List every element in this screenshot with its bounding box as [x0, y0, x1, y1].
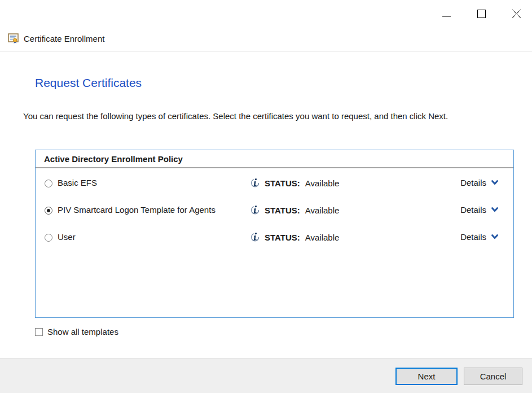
page-description: You can request the following types of c…	[23, 110, 513, 123]
status-value: Available	[305, 233, 340, 242]
template-radio-button[interactable]	[45, 207, 52, 215]
template-name[interactable]: PIV Smartcard Logon Template for Agents	[58, 205, 216, 215]
details-label: Details	[460, 205, 486, 215]
template-name[interactable]: Basic EFS	[58, 178, 97, 187]
template-radio-button[interactable]	[45, 180, 52, 187]
minimize-button[interactable]	[437, 5, 455, 23]
chevron-down-icon	[491, 234, 498, 239]
minimize-icon	[442, 9, 451, 19]
close-icon	[512, 9, 521, 19]
details-label: Details	[460, 232, 486, 242]
template-row: User STATUS: Available Details	[36, 224, 513, 251]
close-button[interactable]	[507, 5, 525, 23]
status-value: Available	[305, 178, 340, 188]
info-icon	[249, 204, 261, 216]
template-name[interactable]: User	[58, 232, 76, 242]
policy-group-title: Active Directory Enrollment Policy	[36, 150, 513, 168]
certificate-enrollment-icon	[8, 33, 19, 44]
footer-bar: Next Cancel	[0, 358, 532, 393]
info-icon	[249, 177, 261, 189]
titlebar: Certificate Enrollment	[8, 33, 104, 44]
status-value: Available	[305, 206, 340, 215]
status-label: STATUS:	[265, 206, 300, 215]
status-group: STATUS: Available	[249, 232, 339, 243]
details-expander[interactable]: Details	[460, 178, 498, 187]
status-label: STATUS:	[265, 178, 300, 188]
cancel-button[interactable]: Cancel	[464, 368, 522, 385]
template-row: Basic EFS STATUS: Available Details	[36, 170, 513, 197]
maximize-button[interactable]	[472, 5, 490, 23]
details-expander[interactable]: Details	[460, 205, 498, 215]
next-button[interactable]: Next	[395, 368, 458, 385]
show-all-templates: Show all templates	[35, 327, 118, 337]
maximize-icon	[477, 9, 486, 19]
details-expander[interactable]: Details	[460, 232, 498, 242]
template-radio-button[interactable]	[45, 234, 52, 242]
status-group: STATUS: Available	[249, 204, 339, 216]
enrollment-policy-panel: Active Directory Enrollment Policy Basic…	[35, 150, 514, 318]
details-label: Details	[460, 178, 486, 187]
chevron-down-icon	[491, 180, 498, 185]
window-controls	[437, 5, 525, 23]
page-title: Request Certificates	[35, 76, 142, 90]
status-label: STATUS:	[265, 233, 300, 242]
titlebar-divider	[0, 51, 532, 51]
show-all-templates-checkbox[interactable]	[35, 328, 43, 336]
chevron-down-icon	[491, 207, 498, 212]
template-row: PIV Smartcard Logon Template for Agents …	[36, 197, 513, 224]
template-list: Basic EFS STATUS: Available Details PIV …	[36, 168, 513, 251]
info-icon	[249, 232, 261, 243]
window-title: Certificate Enrollment	[24, 34, 104, 43]
show-all-templates-label: Show all templates	[47, 327, 118, 337]
status-group: STATUS: Available	[249, 177, 339, 189]
certificate-enrollment-window: Certificate Enrollment Request Certifica…	[0, 0, 532, 393]
